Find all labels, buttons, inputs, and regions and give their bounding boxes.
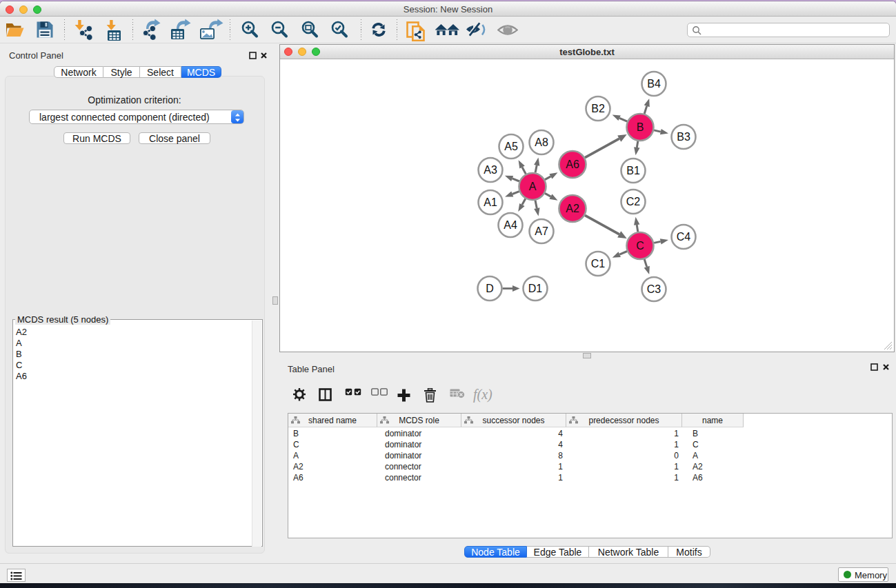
svg-text:C4: C4 [677, 231, 691, 243]
svg-text:A8: A8 [535, 136, 548, 148]
svg-text:A6: A6 [566, 159, 579, 170]
svg-text:B2: B2 [591, 103, 605, 114]
svg-text:C3: C3 [647, 283, 661, 295]
svg-text:A5: A5 [504, 141, 518, 152]
svg-text:B4: B4 [647, 78, 661, 90]
svg-text:D: D [486, 283, 494, 294]
svg-text:A2: A2 [566, 203, 579, 214]
svg-text:A1: A1 [484, 196, 497, 208]
svg-text:B3: B3 [677, 131, 690, 143]
svg-text:C2: C2 [626, 196, 641, 207]
svg-text:C1: C1 [591, 258, 606, 270]
svg-text:B1: B1 [626, 165, 640, 176]
svg-text:C: C [636, 240, 644, 252]
svg-text:A4: A4 [504, 219, 517, 231]
svg-text:A: A [529, 181, 537, 192]
svg-text:A7: A7 [535, 225, 548, 237]
svg-text:B: B [637, 121, 644, 133]
svg-text:D1: D1 [528, 283, 543, 294]
svg-text:A3: A3 [484, 164, 497, 176]
